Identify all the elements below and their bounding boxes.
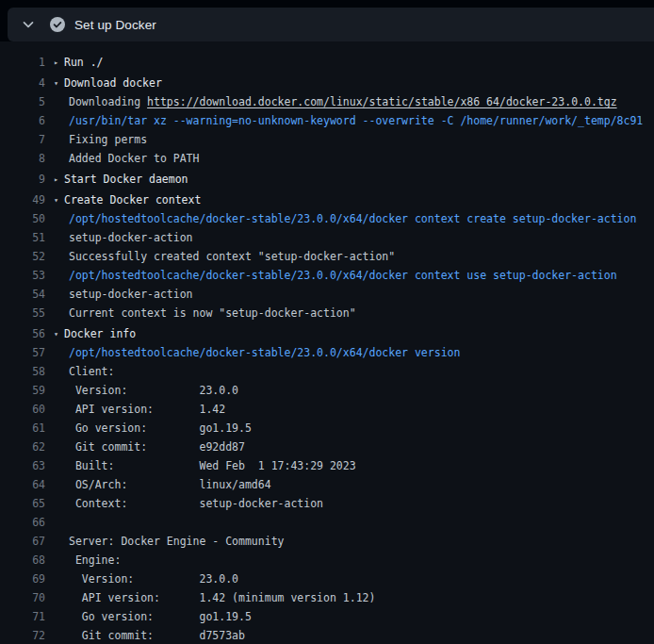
- log-row: 62 Git commit: e92dd87: [0, 438, 654, 456]
- log-row: 50/opt/hostedtoolcache/docker-stable/23.…: [0, 209, 654, 228]
- line-number[interactable]: 64: [0, 475, 45, 494]
- log-group-row[interactable]: 49▾Create Docker context: [0, 190, 654, 209]
- log-row: 60 API version: 1.42: [0, 400, 654, 419]
- log-text: Go version: go1.19.5: [64, 607, 252, 626]
- log-row: 68 Engine:: [0, 551, 654, 570]
- log-row: 59 Version: 23.0.0: [0, 381, 654, 400]
- line-number[interactable]: 60: [0, 400, 45, 419]
- line-number[interactable]: 70: [0, 588, 45, 607]
- line-number[interactable]: 55: [0, 304, 45, 322]
- line-number[interactable]: 54: [0, 285, 45, 304]
- line-number[interactable]: 5: [0, 92, 45, 111]
- log-text: Version: 23.0.0: [64, 570, 238, 588]
- log-row: 7Fixing perms: [0, 130, 654, 149]
- line-number[interactable]: 4: [0, 74, 45, 92]
- group-title[interactable]: Run ./: [64, 53, 104, 72]
- log-text: Engine:: [64, 551, 121, 570]
- log-text: Added Docker to PATH: [64, 149, 199, 168]
- log-row: 51setup-docker-action: [0, 228, 654, 247]
- log-row: 57/opt/hostedtoolcache/docker-stable/23.…: [0, 343, 654, 362]
- log-group-row[interactable]: 4▾Download docker: [0, 74, 654, 92]
- check-circle-icon: [50, 17, 65, 32]
- line-number[interactable]: 67: [0, 532, 45, 551]
- log-text: setup-docker-action: [64, 285, 193, 304]
- log-text: Current context is now "setup-docker-act…: [64, 304, 356, 322]
- line-number[interactable]: 9: [0, 170, 45, 189]
- line-number[interactable]: 56: [0, 324, 45, 343]
- log-group-row[interactable]: 1▸Run ./: [0, 53, 654, 72]
- group-collapsed-icon[interactable]: ▸: [54, 170, 64, 189]
- line-number[interactable]: 61: [0, 419, 45, 438]
- log-link[interactable]: https://download.docker.com/linux/static…: [147, 95, 617, 108]
- line-number[interactable]: 62: [0, 438, 45, 456]
- log-row: 69 Version: 23.0.0: [0, 570, 654, 588]
- log-row: 6/usr/bin/tar xz --warning=no-unknown-ke…: [0, 111, 654, 130]
- log-text: Version: 23.0.0: [64, 381, 238, 400]
- log-row: 64 OS/Arch: linux/amd64: [0, 475, 654, 494]
- log-row: 63 Built: Wed Feb 1 17:43:29 2023: [0, 456, 654, 475]
- log-row: 71 Go version: go1.19.5: [0, 607, 654, 626]
- line-number[interactable]: 58: [0, 362, 45, 381]
- step-title: Set up Docker: [74, 18, 156, 32]
- log-row: 53/opt/hostedtoolcache/docker-stable/23.…: [0, 266, 654, 285]
- log-text: Built: Wed Feb 1 17:43:29 2023: [64, 456, 356, 475]
- line-number[interactable]: 7: [0, 130, 45, 149]
- log-text: Downloading https://download.docker.com/…: [64, 92, 617, 111]
- group-collapsed-icon[interactable]: ▸: [54, 53, 64, 72]
- log-row: 70 API version: 1.42 (minimum version 1.…: [0, 588, 654, 607]
- log-viewer[interactable]: 1▸Run ./4▾Download docker5Downloading ht…: [0, 41, 654, 644]
- log-row: 65 Context: setup-docker-action: [0, 494, 654, 513]
- line-number[interactable]: 69: [0, 570, 45, 588]
- log-row: 58Client:: [0, 362, 654, 381]
- line-number[interactable]: 8: [0, 149, 45, 168]
- log-text: setup-docker-action: [64, 228, 193, 247]
- line-number[interactable]: 51: [0, 228, 45, 247]
- group-title[interactable]: Download docker: [64, 74, 162, 92]
- log-text: Client:: [64, 362, 114, 381]
- line-number[interactable]: 57: [0, 343, 45, 362]
- group-expanded-icon[interactable]: ▾: [54, 324, 64, 343]
- log-command-text: /opt/hostedtoolcache/docker-stable/23.0.…: [64, 209, 636, 228]
- line-number[interactable]: 68: [0, 551, 45, 570]
- line-number[interactable]: 72: [0, 626, 45, 644]
- line-number[interactable]: 50: [0, 209, 45, 228]
- log-text: Context: setup-docker-action: [64, 494, 323, 513]
- log-text: API version: 1.42: [64, 400, 225, 419]
- log-text: Go version: go1.19.5: [64, 419, 252, 438]
- log-row: 54setup-docker-action: [0, 285, 654, 304]
- group-expanded-icon[interactable]: ▾: [54, 74, 64, 92]
- log-row: 52Successfully created context "setup-do…: [0, 247, 654, 266]
- line-number[interactable]: 53: [0, 266, 45, 285]
- line-number[interactable]: 52: [0, 247, 45, 266]
- log-row: 8Added Docker to PATH: [0, 149, 654, 168]
- log-text: Git commit: e92dd87: [64, 438, 245, 456]
- log-group-row[interactable]: 9▸Start Docker daemon: [0, 170, 654, 189]
- line-number[interactable]: 65: [0, 494, 45, 513]
- log-row: 72 Git commit: d7573ab: [0, 626, 654, 644]
- line-number[interactable]: 66: [0, 513, 45, 532]
- group-expanded-icon[interactable]: ▾: [54, 190, 64, 209]
- log-text: Fixing perms: [64, 130, 147, 149]
- log-command-text: /opt/hostedtoolcache/docker-stable/23.0.…: [64, 266, 617, 285]
- line-number[interactable]: 59: [0, 381, 45, 400]
- log-text: OS/Arch: linux/amd64: [64, 475, 271, 494]
- line-number[interactable]: 1: [0, 53, 45, 72]
- log-group-row[interactable]: 56▾Docker info: [0, 324, 654, 343]
- group-title[interactable]: Create Docker context: [64, 190, 201, 209]
- log-text: Server: Docker Engine - Community: [64, 532, 284, 551]
- page-top-strip: Set up Docker: [0, 0, 654, 41]
- line-number[interactable]: 63: [0, 456, 45, 475]
- group-title[interactable]: Start Docker daemon: [64, 170, 188, 189]
- group-title[interactable]: Docker info: [64, 324, 136, 343]
- log-command-text: /opt/hostedtoolcache/docker-stable/23.0.…: [64, 343, 460, 362]
- log-text: API version: 1.42 (minimum version 1.12): [64, 588, 375, 607]
- chevron-down-icon[interactable]: [21, 17, 36, 32]
- line-number[interactable]: 49: [0, 190, 45, 209]
- line-number[interactable]: 71: [0, 607, 45, 626]
- line-number[interactable]: 6: [0, 111, 45, 130]
- log-row: 66: [0, 513, 654, 532]
- step-header[interactable]: Set up Docker: [8, 8, 654, 41]
- log-row: 61 Go version: go1.19.5: [0, 419, 654, 438]
- log-row: 55Current context is now "setup-docker-a…: [0, 304, 654, 322]
- log-row: 5Downloading https://download.docker.com…: [0, 92, 654, 111]
